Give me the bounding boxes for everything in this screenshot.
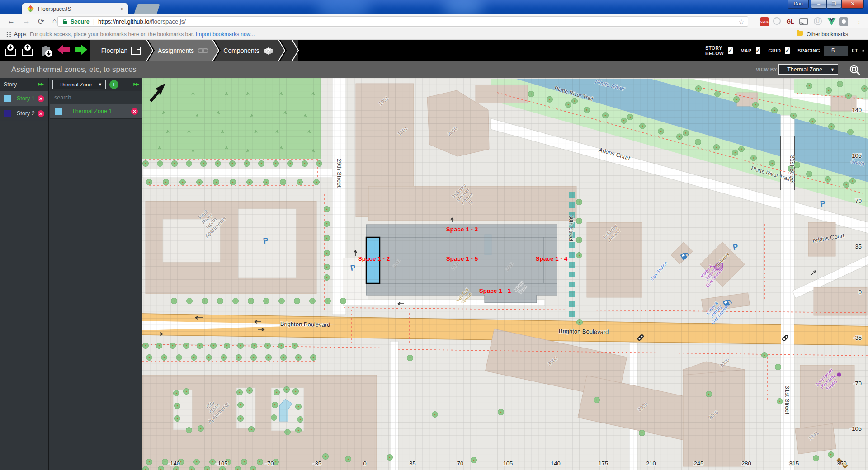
ruler-tick-y: 35	[855, 243, 862, 250]
ruler-tick-y: -70	[853, 380, 862, 387]
ruler-tick-x: 210	[646, 460, 656, 467]
zoom-to-fit-icon[interactable]	[849, 64, 861, 76]
maximize-button[interactable]: ❐	[826, 0, 841, 9]
story-column: Story ▶▶ Story 1 ✕ Story 2 ✕	[0, 78, 49, 470]
view-by-dropdown[interactable]: Thermal Zone▼	[778, 64, 838, 75]
search-row[interactable]: search	[50, 91, 142, 104]
ruler-tick-x: 140	[551, 460, 561, 467]
browser-tab[interactable]: FloorspaceJS ×	[22, 3, 128, 14]
profile-button[interactable]: Dan	[788, 0, 809, 9]
new-tab-button[interactable]	[134, 4, 160, 14]
ruler-tick-y: -105	[850, 425, 862, 432]
undo-icon[interactable]	[57, 44, 71, 58]
minimize-button[interactable]: –	[811, 0, 826, 9]
space-label[interactable]: Space 1 - 2	[358, 255, 390, 262]
cast-icon[interactable]	[799, 18, 808, 27]
story-header-label: Story	[4, 81, 17, 88]
map-label: 29th Street	[336, 159, 343, 188]
story-below-checkbox[interactable]: ✓	[728, 47, 733, 54]
story-color-swatch[interactable]	[4, 110, 11, 117]
grid-checkbox[interactable]: ✓	[785, 47, 790, 54]
delete-story-icon[interactable]: ✕	[38, 110, 44, 117]
story-name[interactable]: Story 2	[17, 110, 35, 117]
other-bookmarks[interactable]: Other bookmarks	[807, 31, 848, 38]
tab-close-icon[interactable]: ×	[120, 5, 124, 13]
grid-overlay	[142, 78, 868, 470]
map-label: 30th Street	[568, 215, 574, 242]
address-bar[interactable]: Secure | https://nrel.github.io/floorspa…	[57, 16, 748, 27]
spacing-input[interactable]	[824, 46, 848, 56]
space-label[interactable]: Space 1 - 3	[446, 226, 478, 233]
extension-u-icon[interactable]: U	[814, 17, 822, 25]
space-label[interactable]: Space 1 - 4	[536, 255, 568, 262]
story-color-swatch[interactable]	[4, 95, 11, 102]
import-bookmarks-link[interactable]: Import bookmarks now...	[196, 31, 255, 38]
ruler-tick-x: -105	[216, 460, 228, 467]
story-name[interactable]: Story 1	[17, 95, 35, 102]
subheader-message: Assign thermal zones, etc, to spaces	[11, 65, 137, 74]
ruler-tick-y: 105	[852, 152, 862, 159]
space-label[interactable]: Space 1 - 5	[446, 255, 478, 262]
ruler-tick-y: -35	[853, 334, 862, 341]
save-floorplan-icon[interactable]	[4, 43, 17, 57]
forward-icon[interactable]: →	[23, 17, 30, 26]
tab-components[interactable]: Components	[219, 40, 278, 61]
cors-extension-icon[interactable]: CORS	[760, 17, 769, 26]
canvas-toggles: STORY BELOW ✓ MAP ✓ GRID ✓ SPACING FT	[705, 40, 864, 61]
map-label: MAP	[741, 48, 752, 53]
story-below-label: STORY BELOW	[705, 45, 724, 56]
folder-icon	[797, 31, 803, 36]
library-type-dropdown[interactable]: Thermal Zone▼	[52, 80, 106, 89]
window-title-bar	[0, 0, 868, 14]
ruler-tick-y: 0	[859, 289, 862, 296]
url-path: /floorspace.js/	[150, 18, 186, 25]
search-input[interactable]: search	[54, 94, 71, 101]
library-column-header: Thermal Zone▼ + ▶▶	[50, 78, 142, 91]
close-button[interactable]: ✕	[841, 0, 864, 9]
ruler-tick-x: 280	[741, 460, 751, 467]
story-row-2[interactable]: Story 2 ✕	[0, 106, 48, 121]
tab-assignments[interactable]: Assignments	[154, 40, 212, 61]
zone-name[interactable]: Thermal Zone 1	[72, 108, 112, 114]
components-brick-icon	[263, 46, 274, 55]
tab-floorplan[interactable]: Floorplan	[94, 40, 148, 61]
thermal-zone-row[interactable]: Thermal Zone 1 ✕	[50, 104, 142, 119]
ruler-tick-y: 70	[855, 197, 862, 204]
back-icon[interactable]: ←	[7, 17, 15, 26]
extension-circle-icon[interactable]	[773, 17, 781, 25]
browser-menu-icon[interactable]: ⋮	[856, 17, 862, 24]
zone-color-swatch[interactable]	[55, 108, 62, 115]
lock-icon	[62, 19, 67, 24]
story-column-header: Story ▶▶	[0, 78, 48, 91]
url-host: https://nrel.github.io	[98, 18, 149, 25]
apps-grid-icon[interactable]	[6, 32, 11, 37]
apps-label[interactable]: Apps	[14, 31, 26, 38]
ruler-tick-x: 245	[694, 460, 704, 467]
expand-column-icon[interactable]: ▶▶	[133, 82, 139, 86]
vue-extension-icon[interactable]	[827, 18, 836, 27]
story-row-1[interactable]: Story 1 ✕	[0, 91, 48, 106]
refresh-icon[interactable]: ⟳	[38, 17, 44, 26]
redo-icon[interactable]	[74, 44, 88, 58]
url-separator: |	[93, 18, 94, 25]
open-floorplan-icon[interactable]	[21, 43, 34, 57]
delete-story-icon[interactable]: ✕	[38, 95, 44, 102]
bookmark-star-icon[interactable]: ☆	[738, 18, 744, 25]
map-canvas[interactable]: PPPP 29th Street30th Street31st Street31…	[142, 78, 868, 470]
ruler-tick-x: 70	[457, 460, 463, 467]
floorspacejs-favicon	[27, 5, 34, 12]
settings-gear-icon[interactable]	[862, 45, 864, 56]
home-icon[interactable]: ⌂	[52, 17, 57, 24]
space-label[interactable]: Space 1 - 1	[479, 287, 511, 294]
tab-title: FloorspaceJS	[38, 6, 120, 12]
gl-extension-icon[interactable]: GL	[786, 17, 795, 26]
delete-zone-icon[interactable]: ✕	[131, 108, 138, 115]
map-checkbox[interactable]: ✓	[756, 47, 761, 54]
add-item-button[interactable]: +	[109, 80, 118, 89]
extension-dot-icon[interactable]	[839, 17, 848, 26]
import-library-icon[interactable]	[39, 43, 52, 57]
grid-label: GRID	[768, 48, 781, 53]
ruler-tick-x: -70	[265, 460, 274, 467]
ruler-tick-x: 315	[789, 460, 799, 467]
expand-column-icon[interactable]: ▶▶	[38, 82, 43, 86]
